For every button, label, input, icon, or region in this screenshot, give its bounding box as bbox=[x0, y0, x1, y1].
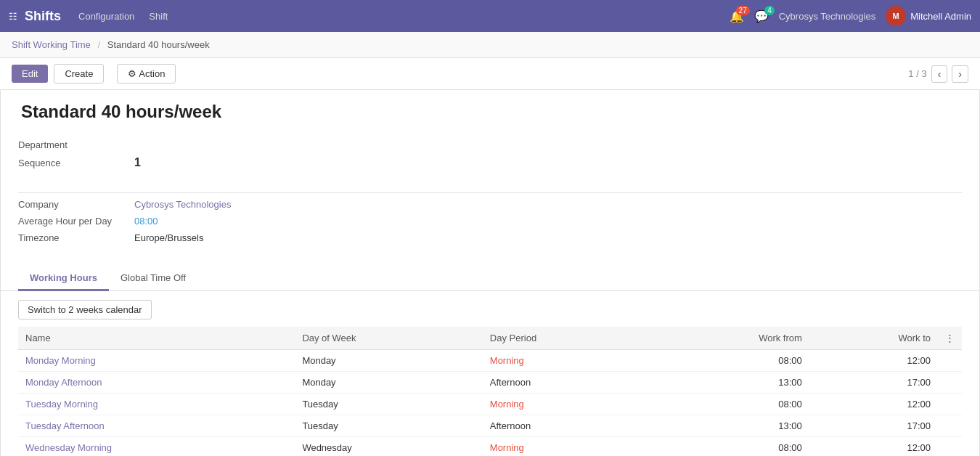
topnav-menu: Configuration Shift bbox=[78, 11, 168, 22]
tab-working-hours[interactable]: Working Hours bbox=[18, 266, 109, 291]
sequence-value: 1 bbox=[134, 156, 141, 169]
col-work-to: Work to bbox=[809, 327, 938, 350]
tab-global-time-off[interactable]: Global Time Off bbox=[109, 266, 197, 291]
row-period: Morning bbox=[483, 394, 650, 415]
row-work-from: 08:00 bbox=[650, 350, 809, 372]
table-row[interactable]: Tuesday Afternoon Tuesday Afternoon 13:0… bbox=[18, 415, 962, 437]
form-section: Department Sequence 1 bbox=[1, 139, 979, 187]
row-work-from: 08:00 bbox=[650, 437, 809, 457]
row-options[interactable] bbox=[938, 415, 962, 437]
row-options[interactable] bbox=[938, 437, 962, 457]
row-name[interactable]: Tuesday Afternoon bbox=[18, 415, 295, 437]
row-period: Morning bbox=[483, 350, 650, 372]
row-period: Morning bbox=[483, 437, 650, 457]
avg-hour-label: Average Hour per Day bbox=[18, 216, 134, 227]
avg-hour-value[interactable]: 08:00 bbox=[134, 216, 158, 227]
switch-calendar-button[interactable]: Switch to 2 weeks calendar bbox=[18, 300, 152, 319]
row-period: Afternoon bbox=[483, 415, 650, 437]
row-work-from: 08:00 bbox=[650, 394, 809, 415]
row-day: Monday bbox=[295, 372, 482, 394]
row-day: Tuesday bbox=[295, 415, 482, 437]
table-row[interactable]: Tuesday Morning Tuesday Morning 08:00 12… bbox=[18, 394, 962, 415]
grid-icon[interactable]: ☷ bbox=[9, 11, 17, 22]
col-options-icon[interactable]: ⋮ bbox=[938, 327, 962, 350]
col-work-from: Work from bbox=[650, 327, 809, 350]
breadcrumb-bar: Shift Working Time / Standard 40 hours/w… bbox=[0, 32, 980, 58]
department-row: Department bbox=[18, 139, 490, 150]
form-col-left: Department Sequence 1 bbox=[18, 139, 490, 175]
edit-button[interactable]: Edit bbox=[12, 65, 48, 83]
table-header-row: Name Day of Week Day Period Work from Wo… bbox=[18, 327, 962, 350]
topnav-configuration[interactable]: Configuration bbox=[78, 11, 134, 22]
row-period: Afternoon bbox=[483, 372, 650, 394]
row-work-to: 12:00 bbox=[809, 350, 938, 372]
topnav-username: Mitchell Admin bbox=[910, 11, 971, 22]
action-bar: Edit Create ⚙ Action 1 / 3 ‹ › bbox=[0, 58, 980, 90]
table-row[interactable]: Wednesday Morning Wednesday Morning 08:0… bbox=[18, 437, 962, 457]
row-name[interactable]: Monday Morning bbox=[18, 350, 295, 372]
action-button[interactable]: ⚙ Action bbox=[117, 64, 176, 84]
row-name[interactable]: Monday Afternoon bbox=[18, 372, 295, 394]
col-day-of-week: Day of Week bbox=[295, 327, 482, 350]
next-button[interactable]: › bbox=[952, 65, 968, 83]
row-options[interactable] bbox=[938, 394, 962, 415]
topnav-shift[interactable]: Shift bbox=[149, 11, 168, 22]
main-content: Standard 40 hours/week Department Sequen… bbox=[0, 90, 980, 456]
notification-bell[interactable]: 🔔 27 bbox=[730, 9, 744, 23]
row-name[interactable]: Tuesday Morning bbox=[18, 394, 295, 415]
row-day: Tuesday bbox=[295, 394, 482, 415]
sequence-row: Sequence 1 bbox=[18, 156, 490, 169]
record-area: Standard 40 hours/week Department Sequen… bbox=[0, 90, 980, 456]
prev-button[interactable]: ‹ bbox=[931, 65, 948, 83]
working-hours-section: Switch to 2 weeks calendar Name Day of W… bbox=[1, 291, 979, 456]
create-button[interactable]: Create bbox=[54, 64, 104, 84]
message-badge: 4 bbox=[764, 6, 775, 15]
department-label: Department bbox=[18, 139, 134, 150]
timezone-row: Timezone Europe/Brussels bbox=[18, 232, 490, 243]
row-work-to: 12:00 bbox=[809, 437, 938, 457]
row-day: Monday bbox=[295, 350, 482, 372]
topnav: ☷ Shifts Configuration Shift 🔔 27 💬 4 Cy… bbox=[0, 0, 980, 32]
row-work-to: 17:00 bbox=[809, 372, 938, 394]
section-divider bbox=[18, 192, 962, 193]
chat-icon[interactable]: 💬 4 bbox=[754, 9, 769, 23]
working-hours-table: Name Day of Week Day Period Work from Wo… bbox=[18, 327, 962, 456]
table-row[interactable]: Monday Morning Monday Morning 08:00 12:0… bbox=[18, 350, 962, 372]
row-work-to: 17:00 bbox=[809, 415, 938, 437]
row-work-from: 13:00 bbox=[650, 372, 809, 394]
breadcrumb-parent[interactable]: Shift Working Time bbox=[12, 39, 91, 50]
row-work-to: 12:00 bbox=[809, 394, 938, 415]
timezone-value: Europe/Brussels bbox=[134, 232, 203, 243]
notification-badge: 27 bbox=[736, 6, 750, 15]
pagination-section: 1 / 3 ‹ › bbox=[908, 65, 968, 83]
table-row[interactable]: Monday Afternoon Monday Afternoon 13:00 … bbox=[18, 372, 962, 394]
breadcrumb: Shift Working Time / Standard 40 hours/w… bbox=[12, 39, 210, 50]
company-row: Company Cybrosys Technologies bbox=[18, 199, 490, 210]
row-day: Wednesday bbox=[295, 437, 482, 457]
col-day-period: Day Period bbox=[483, 327, 650, 350]
tabs-bar: Working Hours Global Time Off bbox=[1, 266, 979, 291]
row-options[interactable] bbox=[938, 372, 962, 394]
form-section-2: Company Cybrosys Technologies Average Ho… bbox=[1, 199, 979, 261]
col-name: Name bbox=[18, 327, 295, 350]
pagination-text: 1 / 3 bbox=[908, 68, 926, 79]
record-header: Standard 40 hours/week bbox=[1, 90, 979, 139]
row-options[interactable] bbox=[938, 350, 962, 372]
row-work-from: 13:00 bbox=[650, 415, 809, 437]
record-title: Standard 40 hours/week bbox=[21, 102, 962, 122]
topnav-user[interactable]: M Mitchell Admin bbox=[886, 6, 971, 26]
topnav-right: 🔔 27 💬 4 Cybrosys Technologies M Mitchel… bbox=[730, 6, 971, 26]
breadcrumb-current: Standard 40 hours/week bbox=[107, 39, 210, 50]
table-body: Monday Morning Monday Morning 08:00 12:0… bbox=[18, 350, 962, 457]
company-label: Company bbox=[18, 199, 134, 210]
form-col-info: Company Cybrosys Technologies Average Ho… bbox=[18, 199, 490, 249]
sequence-label: Sequence bbox=[18, 158, 134, 168]
row-name[interactable]: Wednesday Morning bbox=[18, 437, 295, 457]
app-logo[interactable]: Shifts bbox=[25, 9, 61, 24]
breadcrumb-sep: / bbox=[97, 39, 100, 50]
company-value[interactable]: Cybrosys Technologies bbox=[134, 199, 231, 210]
timezone-label: Timezone bbox=[18, 232, 134, 243]
avatar: M bbox=[886, 6, 906, 26]
topnav-company: Cybrosys Technologies bbox=[779, 11, 875, 22]
avg-hour-row: Average Hour per Day 08:00 bbox=[18, 216, 490, 227]
